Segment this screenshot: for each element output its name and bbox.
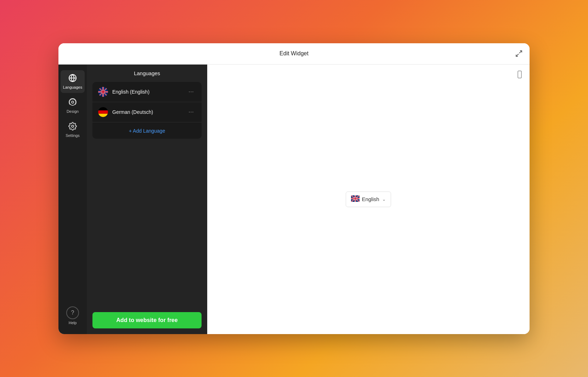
sidebar-item-design[interactable]: Design (61, 94, 85, 117)
language-widget-preview[interactable]: English ⌄ (346, 192, 391, 207)
add-to-website-button[interactable]: Add to website for free (92, 312, 202, 328)
languages-icon (68, 74, 77, 84)
expand-button[interactable] (515, 50, 522, 57)
sidebar-item-design-label: Design (67, 109, 79, 113)
panel-title: Languages (92, 70, 202, 76)
svg-rect-14 (518, 71, 521, 78)
languages-panel: Languages (87, 65, 207, 334)
english-flag (98, 87, 108, 97)
svg-point-6 (72, 125, 74, 127)
modal-body: Languages Design (58, 65, 530, 334)
widget-chevron-icon: ⌄ (382, 197, 386, 202)
sidebar-item-settings-label: Settings (66, 133, 80, 138)
svg-line-0 (519, 51, 522, 53)
widget-language-text: English (362, 196, 379, 202)
language-item-english[interactable]: English (English) ··· (92, 82, 202, 102)
preview-area: English ⌄ (207, 65, 530, 334)
language-list: English (English) ··· (92, 82, 202, 139)
edit-widget-modal: Edit Widget Languages (58, 43, 530, 334)
design-icon (68, 98, 77, 108)
languages-panel-inner: Languages (87, 65, 207, 306)
sidebar-icon-strip: Languages Design (58, 65, 87, 334)
device-icon[interactable] (515, 70, 524, 81)
widget-flag-icon (351, 195, 360, 204)
sidebar-item-languages[interactable]: Languages (61, 70, 85, 93)
svg-rect-11 (98, 110, 108, 113)
german-language-name: German (Deutsch) (112, 109, 186, 115)
modal-header: Edit Widget (58, 43, 530, 65)
svg-point-5 (69, 99, 76, 105)
english-more-button[interactable]: ··· (186, 87, 196, 96)
help-icon: ? (66, 306, 79, 319)
help-label: Help (69, 321, 77, 325)
help-button[interactable]: ? Help (61, 303, 85, 328)
svg-point-4 (72, 101, 74, 103)
sidebar-item-settings[interactable]: Settings (61, 118, 85, 141)
modal-title: Edit Widget (279, 50, 309, 57)
german-more-button[interactable]: ··· (186, 107, 196, 116)
add-language-button[interactable]: + Add Language (92, 123, 202, 139)
bottom-action-area: Add to website for free (87, 306, 207, 334)
settings-icon (68, 122, 77, 132)
german-flag (98, 107, 108, 117)
svg-line-1 (516, 54, 519, 56)
sidebar-item-languages-label: Languages (63, 85, 82, 89)
sidebar-bottom: ? Help (61, 303, 85, 334)
language-item-german[interactable]: German (Deutsch) ··· (92, 102, 202, 122)
english-language-name: English (English) (112, 89, 186, 95)
